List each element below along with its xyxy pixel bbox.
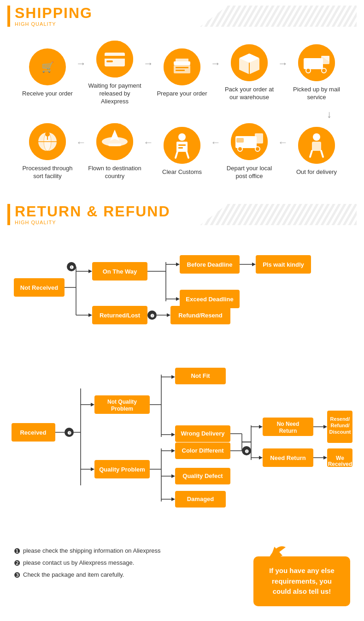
svg-text:Problem: Problem	[111, 406, 133, 412]
svg-text:Pls wait kindly: Pls wait kindly	[263, 261, 304, 268]
speech-bubble-text: If you have any else requirements, you c…	[269, 567, 335, 595]
step-9-icon	[96, 123, 133, 160]
arrow-4: →	[278, 58, 288, 70]
speech-bubble: If you have any else requirements, you c…	[253, 556, 350, 606]
step-5-icon	[298, 44, 335, 81]
arrow-6: ←	[211, 137, 221, 149]
flow-step-1: 🛒 Receive your order	[20, 48, 75, 98]
svg-text:Need Return: Need Return	[270, 454, 305, 461]
svg-rect-11	[174, 65, 190, 73]
svg-rect-13	[176, 70, 185, 71]
return-title: RETURN & REFUND	[15, 204, 170, 219]
note-3-text: Check the package and item carefully.	[23, 571, 124, 578]
svg-marker-68	[176, 263, 180, 266]
svg-rect-20	[304, 58, 323, 69]
step-4-label: Pack your order at our warehouse	[222, 86, 277, 102]
notes-list: ❶ please check the shipping information …	[14, 547, 244, 583]
svg-text:Not Received: Not Received	[20, 284, 58, 291]
svg-rect-38	[176, 142, 188, 152]
svg-marker-108	[171, 433, 175, 436]
svg-rect-12	[176, 67, 188, 68]
svg-rect-35	[236, 138, 244, 143]
svg-marker-118	[171, 449, 175, 453]
flow-step-4: Pack your order at our warehouse	[222, 44, 277, 102]
flow-step-2: Waiting for payment released by Aliexpre…	[87, 41, 142, 106]
step-4-icon	[231, 44, 268, 81]
note-1-text: please check the shipping information on…	[23, 547, 160, 554]
note-2: ❷ please contact us by Aliexpress messag…	[14, 559, 244, 567]
note-2-text: please contact us by Aliexpress message.	[23, 559, 134, 566]
svg-text:Refund/Resend: Refund/Resend	[178, 312, 222, 319]
svg-text:Damaged: Damaged	[187, 496, 214, 502]
svg-text:On The Way: On The Way	[103, 268, 137, 275]
svg-text:❶: ❶	[70, 265, 74, 270]
svg-text:🛒: 🛒	[41, 61, 54, 73]
svg-text:Color Different: Color Different	[182, 447, 224, 454]
step-1-label: Receive your order	[22, 90, 73, 98]
step-2-label: Waiting for payment released by Aliexpre…	[87, 82, 142, 106]
step-7-icon	[231, 123, 268, 160]
svg-point-26	[313, 133, 320, 141]
step-6-label: Out for delivery	[296, 168, 337, 176]
down-arrow: ↓	[5, 108, 359, 120]
step-6-icon	[298, 127, 335, 164]
svg-text:Received: Received	[328, 461, 352, 467]
note-1: ❶ please check the shipping information …	[14, 547, 244, 555]
svg-marker-112	[91, 467, 94, 471]
svg-rect-5	[105, 53, 125, 66]
arrow-8: ←	[76, 137, 86, 149]
svg-marker-104	[171, 375, 175, 379]
svg-rect-39	[178, 144, 186, 146]
svg-point-34	[255, 147, 260, 151]
svg-marker-122	[171, 474, 175, 478]
step-10-label: Processed through sort facility	[20, 165, 75, 180]
step-5-label: Picked up by mail service	[289, 86, 344, 102]
received-flowchart: Received ❸ Not Quality Problem Not Fit	[9, 352, 355, 527]
return-accent-bar	[7, 204, 10, 225]
flow-step-7: Depart your local post office	[222, 123, 277, 180]
svg-marker-153	[323, 456, 327, 460]
svg-text:Exceed Deadline: Exceed Deadline	[186, 296, 233, 303]
svg-marker-72	[252, 263, 256, 266]
svg-point-33	[238, 147, 242, 151]
svg-marker-138	[259, 425, 263, 429]
step-2-icon	[96, 41, 133, 78]
flow-row-2: Out for delivery ← Depart your l	[5, 123, 359, 180]
svg-text:Discount: Discount	[329, 429, 351, 435]
arrow-1: →	[76, 58, 86, 70]
shipping-title-block: SHIPPING HIGH QUALITY	[15, 6, 93, 27]
notes-section: ❶ please check the shipping information …	[0, 538, 364, 615]
svg-rect-46	[108, 143, 121, 146]
svg-text:Returned/Lost: Returned/Lost	[100, 312, 141, 319]
svg-text:Wrong Delivery: Wrong Delivery	[181, 430, 225, 437]
svg-rect-32	[255, 133, 263, 143]
svg-point-37	[178, 133, 186, 141]
svg-marker-1	[200, 6, 357, 27]
svg-text:❷: ❷	[245, 449, 249, 454]
svg-point-51	[45, 132, 50, 137]
step-8-label: Clear Customs	[162, 168, 202, 176]
svg-marker-80	[88, 313, 92, 317]
arrow-2: →	[143, 58, 153, 70]
shipping-title: SHIPPING	[15, 6, 93, 20]
step-3-label: Prepare your order	[157, 90, 207, 98]
svg-marker-54	[200, 204, 357, 225]
step-10-icon	[29, 123, 66, 160]
svg-marker-147	[323, 425, 327, 429]
step-9-label: Flown to destination country	[87, 165, 142, 180]
flow-step-10: Processed through sort facility	[20, 123, 75, 180]
svg-marker-97	[91, 403, 94, 406]
svg-text:Resend/: Resend/	[330, 416, 350, 422]
svg-text:Received: Received	[20, 429, 46, 436]
svg-point-24	[322, 68, 326, 73]
svg-marker-126	[171, 497, 175, 501]
return-refund-header: RETURN & REFUND HIGH QUALITY	[0, 198, 364, 225]
svg-marker-76	[176, 297, 180, 301]
step-8-icon	[164, 127, 200, 164]
received-section: Received ❸ Not Quality Problem Not Fit	[0, 347, 364, 538]
flow-step-5: Picked up by mail service	[289, 44, 344, 102]
not-received-flowchart: Not Received ❶ On The Way Before Deadlin…	[9, 239, 355, 340]
flow-step-3: Prepare your order	[154, 48, 210, 98]
svg-text:Return: Return	[279, 428, 297, 434]
return-diagonal-decoration	[200, 204, 357, 225]
